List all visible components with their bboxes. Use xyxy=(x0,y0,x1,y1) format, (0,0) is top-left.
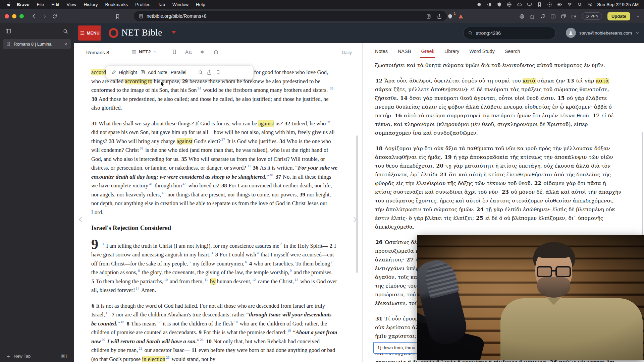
vpn-button[interactable]: VPN xyxy=(582,12,602,20)
toolbar-share-icon[interactable] xyxy=(207,70,212,75)
cloud-icon[interactable] xyxy=(517,2,522,7)
control-center-icon[interactable] xyxy=(587,2,592,7)
footnote-marker[interactable]: 15 xyxy=(106,311,109,315)
menubar-item-brave[interactable]: Brave xyxy=(13,2,33,7)
footnote-marker[interactable]: 12 xyxy=(252,278,256,282)
menu-button[interactable]: MENU xyxy=(78,25,101,41)
footnote-marker[interactable]: 39 xyxy=(247,164,251,168)
battery-icon[interactable] xyxy=(557,2,562,7)
extensions-icon[interactable] xyxy=(530,13,535,19)
reload-button[interactable] xyxy=(52,13,57,19)
footnote-marker[interactable]: 13 xyxy=(294,278,298,282)
spotlight-icon[interactable] xyxy=(577,2,582,7)
play-icon[interactable] xyxy=(547,2,552,7)
footnote-marker[interactable]: 4 xyxy=(257,251,259,255)
wifi-icon[interactable] xyxy=(567,2,572,7)
font-settings-button[interactable]: Aa xyxy=(185,49,192,55)
footnote-marker[interactable]: 5 xyxy=(189,260,191,264)
footnote-marker[interactable]: 21 xyxy=(200,338,204,342)
tab-greek[interactable]: Greek xyxy=(421,49,434,58)
new-tab-plus-icon[interactable] xyxy=(6,354,10,359)
zoom-window-button[interactable] xyxy=(19,14,24,18)
parallel-button[interactable]: Parallel xyxy=(171,70,186,75)
previous-chapter-button[interactable] xyxy=(77,216,85,223)
menubar-item-view[interactable]: View xyxy=(63,2,80,7)
menubar-clock[interactable]: Sun Sep 22 9:25 AM xyxy=(597,2,639,7)
menubar-item-tab[interactable]: Tab xyxy=(154,2,169,7)
toolbar-bookmark-icon[interactable] xyxy=(215,70,221,75)
brand-title[interactable]: NET Bible xyxy=(121,27,162,38)
footnote-marker[interactable]: 38 xyxy=(140,146,143,150)
back-button[interactable] xyxy=(31,13,37,19)
new-tab-label[interactable]: New Tab xyxy=(14,354,31,359)
account-menu[interactable]: steve@noblebereans.com xyxy=(566,28,639,38)
tab-search[interactable]: Search xyxy=(505,49,520,58)
share-icon[interactable] xyxy=(437,13,442,19)
footnote-marker[interactable]: 37 xyxy=(221,137,225,141)
footnote-marker[interactable]: 43 xyxy=(162,191,165,195)
add-note-button[interactable]: Add Note xyxy=(140,70,167,75)
siri-icon[interactable] xyxy=(507,2,512,7)
toolbar-search-icon[interactable] xyxy=(198,70,203,75)
footnote-marker[interactable]: 16 xyxy=(120,320,124,324)
highlight-button[interactable]: Highlight xyxy=(111,70,137,75)
minimize-window-button[interactable] xyxy=(12,14,16,18)
footnote-marker[interactable]: 19 xyxy=(287,328,291,333)
footnote-marker[interactable]: 1 xyxy=(102,242,104,246)
footnote-marker[interactable]: 35 xyxy=(330,86,333,90)
reading-scrollbar[interactable] xyxy=(356,135,358,273)
translation-selector[interactable]: NET2 xyxy=(131,49,157,54)
tab-word-study[interactable]: Word Study xyxy=(469,49,495,58)
media-icon[interactable] xyxy=(540,13,545,19)
footnote-marker[interactable]: 36 xyxy=(326,120,330,124)
footnote-marker[interactable]: 3 xyxy=(211,251,213,255)
bookmarks-status-icon[interactable] xyxy=(537,2,542,7)
bookmark-passage-icon[interactable] xyxy=(172,49,177,55)
footnote-marker[interactable]: 22 xyxy=(139,346,142,350)
audio-icon[interactable] xyxy=(200,49,205,55)
tab-library[interactable]: Library xyxy=(444,49,459,58)
shield-status-icon[interactable] xyxy=(497,2,502,7)
sidebar-tab-romans8[interactable]: Romans 8 | Lumina xyxy=(3,39,71,49)
update-button[interactable]: Update xyxy=(607,12,630,20)
assistant-icon[interactable] xyxy=(477,2,482,7)
brave-rewards-triangle-icon[interactable] xyxy=(458,13,464,19)
site-search-input[interactable]: strong:4286 xyxy=(463,27,556,39)
menubar-item-edit[interactable]: Edit xyxy=(48,2,63,7)
footnote-marker[interactable]: 40 xyxy=(269,173,273,177)
footnote-marker[interactable]: 7 xyxy=(331,260,333,264)
footnote-marker[interactable]: 10 xyxy=(164,278,168,282)
sidebar-toggle-icon[interactable] xyxy=(550,13,556,19)
brave-shields-icon[interactable]: 1 xyxy=(447,13,453,19)
footnote-marker[interactable]: 20 xyxy=(101,338,105,342)
menubar-item-help[interactable]: Help xyxy=(192,2,209,7)
footnote-marker[interactable]: 11 xyxy=(204,278,208,282)
bookmark-icon[interactable] xyxy=(115,13,120,19)
footnote-marker[interactable]: 14 xyxy=(136,286,140,290)
footnote-marker[interactable]: 18 xyxy=(234,320,238,324)
close-window-button[interactable] xyxy=(5,14,9,18)
share-passage-icon[interactable] xyxy=(213,49,219,55)
passage-reference[interactable]: Romans 8 xyxy=(86,50,109,55)
footnote-marker[interactable]: 23 xyxy=(166,355,170,359)
close-tab-icon[interactable] xyxy=(64,42,68,47)
footnote-marker[interactable]: 2 xyxy=(280,242,282,246)
video-overlay[interactable] xyxy=(417,235,644,360)
sidebar-search-icon[interactable] xyxy=(63,28,68,34)
address-bar[interactable]: netbible.org/bible/Romans+8 xyxy=(134,11,447,21)
cards-icon[interactable] xyxy=(561,13,566,19)
moon-icon[interactable] xyxy=(487,2,492,7)
wallet-icon[interactable] xyxy=(571,13,577,19)
menubar-item-window[interactable]: Window xyxy=(169,2,192,7)
footnote-marker[interactable]: 17 xyxy=(157,320,161,324)
footnote-marker[interactable]: 41 xyxy=(149,182,153,186)
brave-rewards-icon[interactable] xyxy=(519,13,525,19)
footnote-marker[interactable]: 34 xyxy=(197,86,201,90)
chevron-down-icon[interactable] xyxy=(636,13,640,19)
footnote-marker[interactable]: 8 xyxy=(138,268,140,273)
footnote-marker[interactable]: 9 xyxy=(290,268,292,273)
daily-link[interactable]: Daily xyxy=(342,50,352,55)
display-icon[interactable] xyxy=(527,2,532,7)
tab-notes[interactable]: Notes xyxy=(375,49,388,58)
netbible-logo-icon[interactable] xyxy=(109,28,118,38)
